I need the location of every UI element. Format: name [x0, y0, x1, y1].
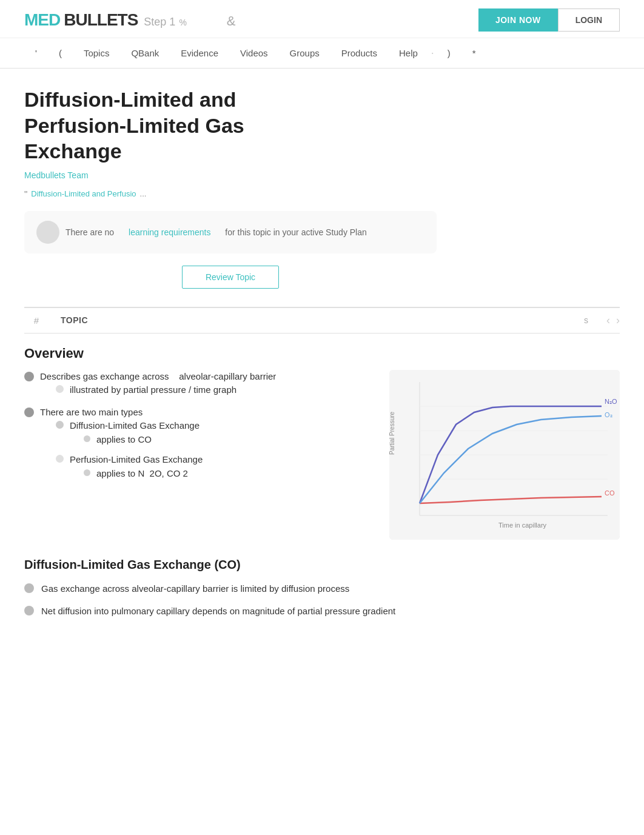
breadcrumb-quote: " — [24, 189, 27, 199]
bottom-bullet-text-1: Gas exchange across alveolar-capillary b… — [41, 582, 349, 595]
overview-heading: Overview — [24, 334, 620, 370]
content-area: Describes gas exchange across alveolar-c… — [24, 370, 620, 540]
logo-percent: % — [179, 18, 186, 27]
breadcrumb: " Diffusion-Limited and Perfusio ... — [24, 189, 620, 199]
topic-table-header: # TOPIC s ‹ › — [24, 307, 620, 334]
bottom-bullet-dot-1 — [24, 583, 34, 593]
bullet-sub2-item-2-2-1: applies to N 2O, CO 2 — [84, 467, 203, 481]
nav: ' ( Topics QBank Evidence Videos Groups … — [0, 38, 644, 69]
bullet-children-2: Diffusion-Limited Gas Exchange applies t… — [56, 419, 203, 483]
study-plan-text-after: for this topic in your active Study Plan — [225, 227, 366, 237]
breadcrumb-dots: ... — [140, 189, 147, 198]
bullet-sub2-dot-2-2-1 — [84, 469, 90, 476]
graph-svg: N₂O O₂ CO Time in capillary Partial Pres… — [389, 370, 620, 540]
bullet-dot-2 — [24, 407, 34, 417]
topic-table-hash: # — [24, 315, 49, 326]
svg-text:CO: CO — [605, 489, 615, 497]
header: MEDBULLETS Step 1 % & JOIN NOW LOGIN — [0, 0, 644, 38]
bottom-bullet-item-1: Gas exchange across alveolar-capillary b… — [24, 582, 620, 595]
logo-med: MED — [24, 10, 60, 30]
nav-sep-dot: · — [429, 38, 437, 68]
nav-item-topics[interactable]: Topics — [73, 39, 121, 67]
login-button[interactable]: LOGIN — [558, 8, 620, 32]
nav-item-paren-open: ( — [48, 39, 73, 67]
bottom-bullet-item-2: Net diffusion into pulmonary capillary d… — [24, 604, 620, 618]
logo-area: MEDBULLETS Step 1 % & — [24, 10, 236, 30]
logo-ampersand: & — [227, 13, 236, 29]
bullet-sub-children-2-1: applies to CO — [84, 433, 200, 447]
bottom-bullet-dot-2 — [24, 606, 34, 615]
logo-bullets: BULLETS — [64, 10, 138, 30]
nav-item-home[interactable]: ' — [24, 39, 48, 67]
bottom-bullets: Gas exchange across alveolar-capillary b… — [24, 582, 620, 619]
svg-text:Time in capillary: Time in capillary — [498, 521, 547, 529]
breadcrumb-link[interactable]: Diffusion-Limited and Perfusio — [31, 189, 136, 198]
nav-item-evidence[interactable]: Evidence — [170, 39, 229, 67]
bullet-sub-text-2-1: Diffusion-Limited Gas Exchange — [70, 420, 200, 431]
section-heading: Diffusion-Limited Gas Exchange (CO) — [24, 540, 620, 582]
study-plan-requirements-link[interactable]: learning requirements — [129, 227, 210, 237]
nav-item-videos[interactable]: Videos — [229, 39, 279, 67]
bullet-sub-text-1-1: illustrated by partial pressure / time g… — [70, 383, 236, 397]
bullet-sub-dot-2-1 — [56, 421, 64, 429]
logo-step: Step 1 — [144, 16, 175, 29]
bottom-bullet-text-2: Net diffusion into pulmonary capillary d… — [41, 604, 395, 618]
nav-item-help[interactable]: Help — [388, 39, 429, 67]
bullet-sub-dot-2-2 — [56, 455, 64, 463]
topic-table-arrows: ‹ › — [606, 314, 620, 327]
bullet-sub2-text-2-2-1: applies to N 2O, CO 2 — [96, 467, 188, 481]
nav-item-products[interactable]: Products — [330, 39, 388, 67]
nav-item-qbank[interactable]: QBank — [120, 39, 170, 67]
bullet-sub-item-2-1: Diffusion-Limited Gas Exchange applies t… — [56, 419, 203, 449]
bullet-sub2-text-2-1-1: applies to CO — [96, 433, 152, 447]
bullet-text-2: There are two main types — [40, 407, 143, 417]
arrow-right-icon[interactable]: › — [616, 314, 620, 327]
bullet-sub-dot-1-1 — [56, 385, 64, 393]
bullet-item-1: Describes gas exchange across alveolar-c… — [24, 370, 371, 401]
bullet-children-1: illustrated by partial pressure / time g… — [56, 383, 276, 397]
bullet-sub-text-2-2: Perfusion-Limited Gas Exchange — [70, 454, 203, 464]
study-plan-icon — [36, 221, 59, 244]
main-content: Diffusion-Limited and Perfusion-Limited … — [0, 69, 644, 645]
bullet-sub-item-2-2: Perfusion-Limited Gas Exchange applies t… — [56, 453, 203, 483]
topic-table-s: s — [584, 315, 588, 325]
arrow-left-icon[interactable]: ‹ — [606, 314, 610, 327]
bullet-sub2-item-2-1-1: applies to CO — [84, 433, 200, 447]
bullets-column: Describes gas exchange across alveolar-c… — [24, 370, 371, 492]
bullet-item-2: There are two main types Diffusion-Limit… — [24, 406, 371, 488]
topic-table-topic-label: TOPIC — [61, 315, 572, 325]
page-title: Diffusion-Limited and Perfusion-Limited … — [24, 87, 340, 164]
bullet-dot-1 — [24, 372, 34, 381]
study-plan-text-before: There are no — [65, 227, 114, 237]
svg-text:N₂O: N₂O — [605, 398, 617, 405]
nav-item-asterisk: * — [461, 39, 487, 67]
header-buttons: JOIN NOW LOGIN — [478, 8, 620, 32]
graph-placeholder: N₂O O₂ CO Time in capillary Partial Pres… — [389, 370, 620, 540]
bullet-sub-item-1-1: illustrated by partial pressure / time g… — [56, 383, 276, 397]
join-now-button[interactable]: JOIN NOW — [478, 8, 558, 32]
svg-text:Partial Pressure: Partial Pressure — [389, 411, 395, 455]
graph-image-column: N₂O O₂ CO Time in capillary Partial Pres… — [389, 370, 620, 540]
bullet-sub-children-2-2: applies to N 2O, CO 2 — [84, 467, 203, 481]
study-plan-notice: There are no learning requirements for t… — [24, 211, 437, 253]
bullet-sub2-dot-2-1-1 — [84, 435, 90, 442]
author-link[interactable]: Medbullets Team — [24, 170, 620, 180]
bullet-text-1: Describes gas exchange across alveolar-c… — [40, 371, 276, 381]
nav-item-paren-close: ) — [437, 39, 461, 67]
svg-text:O₂: O₂ — [605, 411, 612, 418]
nav-item-groups[interactable]: Groups — [279, 39, 330, 67]
review-topic-button[interactable]: Review Topic — [182, 266, 279, 289]
